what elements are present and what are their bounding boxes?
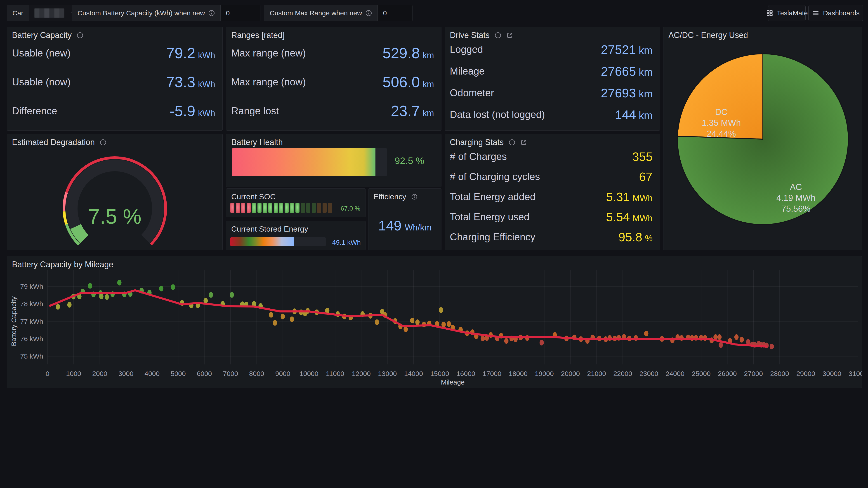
car-value-redacted	[34, 8, 64, 18]
svg-text:24000: 24000	[666, 370, 684, 377]
degradation-value: 7.5 %	[88, 205, 141, 228]
soc-cell	[241, 203, 245, 213]
charging-stats-rows: # of Charges355# of Charging cycles67Tot…	[450, 147, 653, 247]
svg-text:19000: 19000	[535, 370, 554, 377]
teslamate-button-label: TeslaMate	[777, 9, 808, 17]
panel-title: Efficiency	[373, 192, 406, 201]
stat-label: Max range (new)	[231, 47, 306, 59]
teslamate-button[interactable]: TeslaMate	[768, 5, 806, 21]
stat-row: Usable (new)79.2kWh	[12, 44, 215, 62]
stat-row: Total Energy used5.54MWh	[450, 210, 653, 224]
stat-label: Max range (now)	[231, 76, 306, 88]
x-axis-label: Mileage	[441, 379, 465, 386]
svg-text:17000: 17000	[483, 370, 501, 377]
svg-text:9000: 9000	[275, 370, 290, 377]
soc-value: 67.0 %	[341, 205, 360, 212]
stat-value: 355	[632, 150, 653, 164]
battery-health-bar-track	[232, 148, 387, 176]
svg-text:6000: 6000	[197, 370, 212, 377]
info-icon[interactable]	[508, 139, 515, 146]
soc-cell	[263, 203, 267, 213]
stat-value: 73.3kWh	[166, 73, 215, 91]
svg-text:77 kWh: 77 kWh	[20, 318, 43, 325]
external-link-icon[interactable]	[520, 139, 527, 146]
info-icon[interactable]	[495, 32, 501, 39]
stat-row: Difference-5.9kWh	[12, 102, 215, 120]
info-icon[interactable]	[76, 32, 84, 39]
svg-text:76 kWh: 76 kWh	[20, 335, 43, 343]
soc-cell	[317, 203, 321, 213]
panel-stored-energy: Current Stored Energy 49.1 kWh	[226, 221, 366, 250]
custom-max-range-label: Custom Max Range when new	[264, 5, 378, 21]
acdc-pie-chart: DC1.35 MWh24.44%AC4.19 MWh75.56%	[663, 27, 862, 250]
info-icon[interactable]	[365, 10, 372, 17]
stat-value: 79.2kWh	[166, 44, 215, 62]
svg-text:23000: 23000	[640, 370, 658, 377]
stat-row: Usable (now)73.3kWh	[12, 73, 215, 91]
stat-label: Usable (now)	[12, 76, 70, 88]
svg-text:10000: 10000	[300, 370, 318, 377]
stat-value: -5.9kWh	[169, 102, 215, 120]
car-variable-label: Car	[7, 5, 29, 21]
battery-health-bar-fill	[232, 148, 375, 176]
stat-label: # of Charges	[450, 151, 507, 162]
panel-efficiency: Efficiency 149 Wh/km	[368, 188, 441, 250]
soc-cell	[290, 203, 294, 213]
panel-current-soc: Current SOC 67.0 %	[226, 188, 366, 217]
stat-row: Logged27521km	[450, 42, 653, 57]
custom-max-range-input[interactable]: 0	[378, 5, 412, 21]
svg-text:31000: 31000	[848, 370, 862, 377]
svg-text:13000: 13000	[378, 370, 397, 377]
svg-text:22000: 22000	[613, 370, 632, 377]
stored-energy-bar-track	[230, 237, 326, 246]
stat-label: Range lost	[231, 105, 279, 117]
svg-text:16000: 16000	[456, 370, 475, 377]
ranges-rows: Max range (new)529.8kmMax range (now)506…	[231, 39, 434, 125]
stat-value: 27665km	[601, 64, 653, 78]
stat-value: 67	[639, 170, 653, 184]
svg-text:12000: 12000	[352, 370, 370, 377]
soc-cell	[230, 203, 235, 213]
stat-row: Charging Efficiency95.8%	[450, 230, 653, 244]
panel-battery-health: Battery Health 92.5 %	[226, 134, 441, 187]
svg-text:21000: 21000	[587, 370, 606, 377]
efficiency-value: 149 Wh/km	[368, 218, 441, 234]
soc-cell	[279, 203, 283, 213]
stat-value: 529.8km	[382, 44, 434, 62]
panel-title: Current Stored Energy	[231, 225, 308, 233]
custom-battery-capacity-input[interactable]: 0	[221, 5, 260, 21]
svg-text:4000: 4000	[145, 370, 160, 377]
svg-text:5000: 5000	[170, 370, 186, 377]
soc-cell	[268, 203, 272, 213]
svg-text:78 kWh: 78 kWh	[20, 300, 43, 307]
stat-row: Odometer27693km	[450, 86, 653, 100]
panel-battery-capacity-by-mileage: Battery Capacity by Mileage 75 kWh76 kWh…	[7, 256, 862, 388]
svg-text:30000: 30000	[823, 370, 841, 377]
soc-cell	[274, 203, 278, 213]
panel-acdc-energy: AC/DC - Energy Used DC1.35 MWh24.44%AC4.…	[663, 27, 862, 250]
soc-cell	[252, 203, 256, 213]
soc-cell	[301, 203, 305, 213]
soc-cell	[328, 203, 332, 213]
svg-text:29000: 29000	[796, 370, 815, 377]
svg-text:8000: 8000	[249, 370, 264, 377]
custom-battery-capacity-label: Custom Battery Capacity (kWh) when new	[72, 5, 221, 21]
panel-estimated-degradation: Estimated Degradation 7.5 %	[7, 134, 223, 250]
dashboards-button[interactable]: Dashboards	[808, 5, 863, 21]
battery-capacity-chart[interactable]: 75 kWh76 kWh77 kWh78 kWh79 kWh0100020003…	[7, 256, 862, 388]
soc-cell	[247, 203, 251, 213]
stat-label: Total Energy used	[450, 211, 529, 223]
panel-drive-stats: Drive Stats Logged27521kmMileage27665kmO…	[445, 27, 660, 131]
drive-stats-rows: Logged27521kmMileage27665kmOdometer27693…	[450, 39, 653, 125]
external-link-icon[interactable]	[506, 32, 513, 39]
stat-value: 144km	[615, 107, 653, 122]
stat-row: Total Energy added5.31MWh	[450, 190, 653, 204]
soc-cell	[306, 203, 310, 213]
svg-text:0: 0	[46, 370, 50, 377]
panel-charging-stats: Charging Stats # of Charges355# of Charg…	[445, 134, 660, 250]
battery-capacity-rows: Usable (new)79.2kWhUsable (now)73.3kWhDi…	[12, 39, 215, 125]
info-icon[interactable]	[208, 10, 215, 17]
info-icon[interactable]	[411, 194, 417, 200]
stat-label: Total Energy added	[450, 191, 535, 202]
car-variable-selector[interactable]: Car	[7, 5, 68, 21]
